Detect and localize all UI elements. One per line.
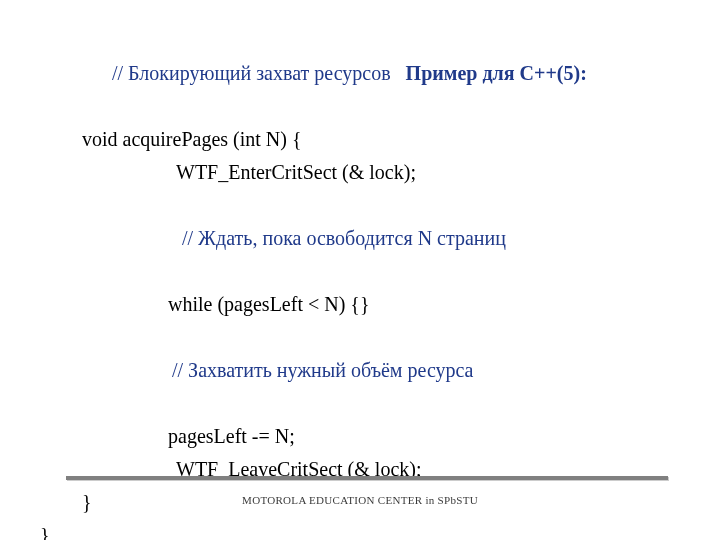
code-comment-grab: // Захватить нужный объём ресурса xyxy=(32,321,688,420)
code-line-decrement: pagesLeft -= N; xyxy=(32,420,688,453)
code-line-enter: WTF_EnterCritSect (& lock); xyxy=(32,156,688,189)
code-comment-wait: // Ждать, пока освободится N страниц xyxy=(32,189,688,288)
code-brace-outer: } xyxy=(32,519,688,540)
slide: // Блокирующий захват ресурсов Пример дл… xyxy=(0,0,720,540)
title-comment: // Блокирующий захват ресурсов xyxy=(112,62,406,84)
footer-text: MOTOROLA EDUCATION CENTER in SPbSTU xyxy=(0,494,720,506)
code-line-leave: WTF_LeaveCritSect (& lock); xyxy=(32,453,688,486)
footer-rule xyxy=(66,476,668,480)
title-line: // Блокирующий захват ресурсов Пример дл… xyxy=(32,24,688,123)
code-block: // Блокирующий захват ресурсов Пример дл… xyxy=(32,24,688,540)
comment-wait-text: // Ждать, пока освободится N страниц xyxy=(182,227,506,249)
title-bold: Пример для С++(5): xyxy=(406,62,587,84)
code-line-fn: void acquirePages (int N) { xyxy=(32,123,688,156)
code-line-while: while (pagesLeft < N) {} xyxy=(32,288,688,321)
comment-grab-text: // Захватить нужный объём ресурса xyxy=(172,359,474,381)
